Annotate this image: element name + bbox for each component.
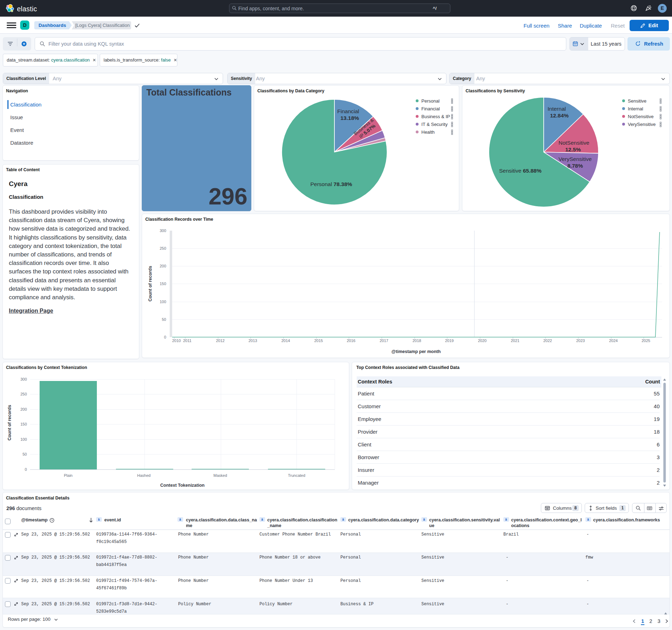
svg-text:2018: 2018: [413, 339, 421, 343]
svg-text:200: 200: [160, 264, 166, 268]
svg-text:100: 100: [160, 300, 166, 304]
svg-text:Internal: Internal: [548, 106, 566, 112]
svg-text:Count of records: Count of records: [7, 405, 12, 441]
svg-text:2016: 2016: [347, 339, 355, 343]
svg-text:250: 250: [160, 246, 166, 250]
svg-text:200: 200: [21, 407, 27, 411]
svg-text:2013: 2013: [249, 339, 257, 343]
svg-text:Context Tokenization: Context Tokenization: [160, 483, 204, 488]
svg-text:Truncated: Truncated: [288, 473, 305, 478]
svg-text:0: 0: [25, 467, 27, 472]
svg-text:300: 300: [21, 377, 27, 381]
svg-text:@timestamp per month: @timestamp per month: [391, 349, 440, 354]
svg-text:2021: 2021: [511, 339, 519, 343]
svg-text:100: 100: [21, 437, 27, 441]
svg-text:Financial: Financial: [337, 108, 359, 114]
svg-text:VerySensitive: VerySensitive: [559, 156, 592, 162]
svg-text:12.5%: 12.5%: [565, 146, 581, 152]
svg-text:2012: 2012: [216, 339, 224, 343]
svg-text:2010: 2010: [172, 339, 181, 343]
svg-text:0: 0: [164, 335, 166, 339]
svg-text:300: 300: [160, 229, 166, 233]
svg-text:Hashed: Hashed: [137, 473, 151, 478]
svg-text:250: 250: [21, 392, 27, 396]
svg-text:2011: 2011: [183, 339, 192, 343]
svg-text:2015: 2015: [314, 339, 323, 343]
svg-text:12.84%: 12.84%: [550, 112, 569, 119]
svg-text:Sensitive 65.88%: Sensitive 65.88%: [499, 168, 542, 174]
svg-text:NotSensitive: NotSensitive: [559, 140, 589, 146]
svg-text:2019: 2019: [445, 339, 454, 343]
svg-text:2023: 2023: [576, 339, 585, 343]
svg-text:2017: 2017: [380, 339, 388, 343]
svg-text:2014: 2014: [281, 339, 290, 343]
svg-text:150: 150: [21, 422, 27, 426]
svg-text:8.78%: 8.78%: [567, 163, 583, 169]
svg-text:2025: 2025: [642, 339, 650, 343]
svg-text:Plain: Plain: [64, 473, 72, 478]
svg-text:2020: 2020: [478, 339, 486, 343]
svg-text:50: 50: [23, 452, 27, 456]
svg-text:Masked: Masked: [214, 473, 227, 478]
svg-text:Personal 78.38%: Personal 78.38%: [310, 181, 352, 187]
svg-text:2022: 2022: [543, 339, 552, 343]
svg-text:Count of records: Count of records: [148, 266, 153, 302]
svg-text:2024: 2024: [609, 339, 618, 343]
svg-text:150: 150: [160, 282, 166, 286]
svg-text:13.18%: 13.18%: [340, 115, 359, 121]
svg-text:50: 50: [162, 317, 166, 322]
